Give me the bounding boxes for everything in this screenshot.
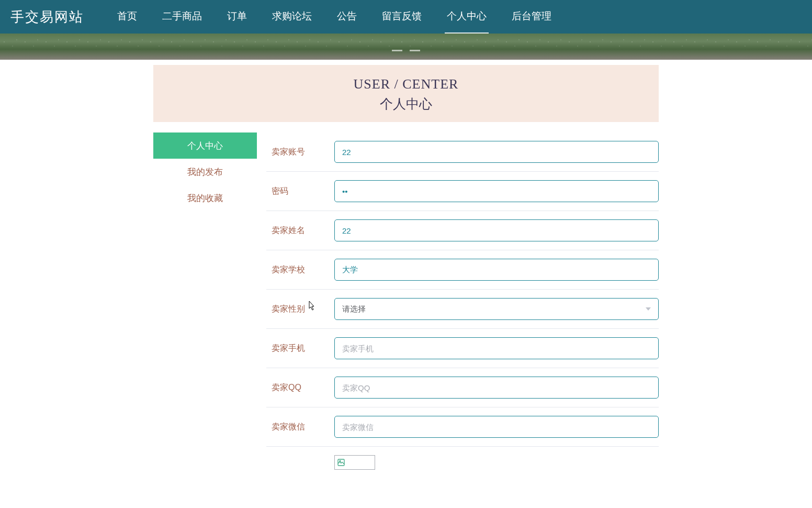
input-seller-phone[interactable]	[334, 337, 659, 359]
top-navbar: 手交易网站 首页 二手商品 订单 求购论坛 公告 留言反馈 个人中心 后台管理	[0, 0, 812, 34]
nav-home[interactable]: 首页	[115, 0, 139, 34]
sidebar: 个人中心 我的发布 我的收藏	[153, 132, 257, 478]
label-password: 密码	[266, 186, 334, 197]
form-row-seller-name: 卖家姓名	[266, 211, 659, 250]
input-seller-qq[interactable]	[334, 377, 659, 399]
nav-feedback[interactable]: 留言反馈	[380, 0, 424, 34]
image-upload-placeholder[interactable]	[334, 455, 375, 470]
form-row-seller-phone: 卖家手机	[266, 329, 659, 368]
form-row-seller-gender: 卖家性别 请选择	[266, 290, 659, 329]
label-seller-qq: 卖家QQ	[266, 382, 334, 393]
sidebar-item-user-center[interactable]: 个人中心	[153, 132, 257, 159]
select-seller-gender-value: 请选择	[342, 304, 366, 314]
main-container: USER / CENTER 个人中心 个人中心 我的发布 我的收藏 卖家账号 密…	[153, 65, 659, 478]
form-row-seller-wechat: 卖家微信	[266, 407, 659, 447]
site-logo[interactable]: 手交易网站	[10, 8, 84, 26]
nav-forum[interactable]: 求购论坛	[270, 0, 314, 34]
nav-announcement[interactable]: 公告	[335, 0, 359, 34]
label-seller-school: 卖家学校	[266, 264, 334, 275]
input-password[interactable]	[334, 180, 659, 202]
hero-banner	[0, 34, 812, 60]
carousel-indicator-2[interactable]	[410, 50, 420, 51]
page-title-en: USER / CENTER	[153, 76, 659, 92]
svg-point-1	[340, 460, 341, 461]
label-seller-phone: 卖家手机	[266, 343, 334, 354]
input-seller-wechat[interactable]	[334, 416, 659, 438]
label-seller-account: 卖家账号	[266, 147, 334, 158]
page-header: USER / CENTER 个人中心	[153, 65, 659, 122]
nav-admin[interactable]: 后台管理	[510, 0, 554, 34]
carousel-indicator-1[interactable]	[392, 50, 402, 51]
select-seller-gender[interactable]: 请选择	[334, 298, 659, 320]
page-title-cn: 个人中心	[153, 95, 659, 113]
sidebar-item-my-favorites[interactable]: 我的收藏	[153, 185, 257, 211]
form-area: 卖家账号 密码 卖家姓名 卖家学校	[257, 132, 659, 478]
nav-secondhand[interactable]: 二手商品	[160, 0, 204, 34]
content-area: 个人中心 我的发布 我的收藏 卖家账号 密码 卖家姓名	[153, 132, 659, 478]
input-seller-account[interactable]	[334, 141, 659, 163]
form-row-password: 密码	[266, 172, 659, 211]
chevron-down-icon	[646, 307, 651, 311]
navbar-items: 首页 二手商品 订单 求购论坛 公告 留言反馈 个人中心 后台管理	[115, 0, 554, 34]
form-row-seller-qq: 卖家QQ	[266, 368, 659, 407]
form-row-image	[266, 447, 659, 478]
carousel-indicators	[392, 50, 420, 51]
nav-orders[interactable]: 订单	[225, 0, 249, 34]
form-row-seller-account: 卖家账号	[266, 132, 659, 172]
broken-image-icon	[337, 458, 345, 467]
input-seller-school[interactable]	[334, 259, 659, 281]
nav-user-center[interactable]: 个人中心	[445, 0, 489, 34]
form-row-seller-school: 卖家学校	[266, 250, 659, 290]
sidebar-item-my-posts[interactable]: 我的发布	[153, 159, 257, 185]
input-seller-name[interactable]	[334, 219, 659, 241]
label-seller-gender: 卖家性别	[266, 304, 334, 315]
label-seller-name: 卖家姓名	[266, 225, 334, 236]
label-seller-wechat: 卖家微信	[266, 422, 334, 433]
